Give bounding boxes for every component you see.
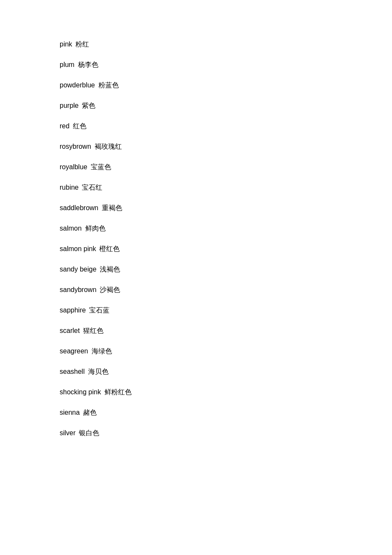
list-item: powderblue粉蓝色 [60,75,332,95]
list-item: sandybrown沙褐色 [60,280,332,300]
list-item: salmon鲜肉色 [60,218,332,239]
color-list: pink粉红plum杨李色powderblue粉蓝色purple紫色red红色r… [60,34,332,443]
color-name: purple [60,101,78,111]
list-item: plum杨李色 [60,55,332,75]
color-chinese: 猩红色 [83,326,104,336]
color-name: sapphire [60,305,86,315]
color-chinese: 赭色 [83,408,97,418]
color-chinese: 沙褐色 [100,285,120,295]
list-item: pink粉红 [60,34,332,55]
color-chinese: 杨李色 [78,60,98,70]
list-item: sienna赭色 [60,402,332,423]
color-chinese: 红色 [73,121,86,131]
color-chinese: 鲜肉色 [85,223,106,234]
color-name: sienna [60,408,80,418]
color-chinese: 紫色 [82,101,95,111]
list-item: royalblue宝蓝色 [60,157,332,177]
color-name: saddlebrown [60,203,98,213]
color-chinese: 宝石蓝 [89,305,110,315]
color-chinese: 粉红 [75,39,89,49]
list-item: scarlet猩红色 [60,321,332,341]
color-name: seagreen [60,346,88,356]
color-name: plum [60,60,75,70]
color-name: shocking pink [60,387,101,397]
color-name: rosybrown [60,142,91,152]
list-item: red红色 [60,116,332,136]
color-name: silver [60,428,75,438]
color-chinese: 宝蓝色 [91,162,111,172]
list-item: saddlebrown重褐色 [60,198,332,218]
list-item: shocking pink鲜粉红色 [60,382,332,402]
list-item: purple紫色 [60,95,332,116]
list-item: silver银白色 [60,423,332,443]
color-name: sandybrown [60,285,96,295]
color-name: seashell [60,367,85,377]
list-item: seagreen海绿色 [60,341,332,361]
color-chinese: 橙红色 [99,244,120,254]
color-name: royalblue [60,162,87,172]
list-item: salmon pink橙红色 [60,239,332,259]
color-name: red [60,121,69,131]
color-chinese: 粉蓝色 [98,80,119,90]
color-chinese: 重褐色 [102,203,122,213]
color-chinese: 浅褐色 [100,264,120,275]
color-name: sandy beige [60,264,96,275]
list-item: rosybrown褐玫瑰红 [60,136,332,157]
color-name: pink [60,39,72,49]
color-chinese: 海贝色 [88,367,109,377]
color-name: salmon [60,223,82,234]
list-item: sandy beige浅褐色 [60,259,332,280]
color-chinese: 银白色 [79,428,99,438]
color-chinese: 褐玫瑰红 [95,142,122,152]
color-name: rubine [60,182,78,193]
color-name: salmon pink [60,244,96,254]
color-chinese: 鲜粉红色 [104,387,132,397]
color-name: scarlet [60,326,80,336]
list-item: sapphire宝石蓝 [60,300,332,321]
color-name: powderblue [60,80,95,90]
list-item: seashell海贝色 [60,361,332,382]
color-chinese: 宝石红 [82,182,102,193]
color-chinese: 海绿色 [92,346,112,356]
list-item: rubine宝石红 [60,177,332,198]
